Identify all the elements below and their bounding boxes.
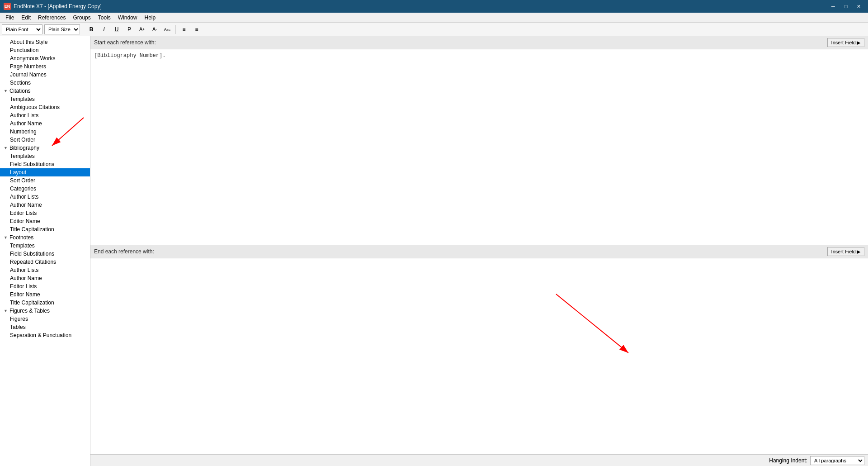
footnotes-author-name[interactable]: Author Name — [0, 274, 90, 282]
footnotes-field-substitutions[interactable]: Field Substitutions — [0, 250, 90, 258]
categories[interactable]: Categories — [0, 185, 90, 193]
minimize-button[interactable]: ─ — [827, 2, 839, 11]
menu-file[interactable]: File — [2, 13, 18, 22]
hanging-indent-select[interactable]: All paragraphs First paragraph None — [810, 456, 864, 465]
citations-author-name-label: Author Name — [10, 120, 42, 127]
menu-help[interactable]: Help — [141, 13, 159, 22]
numbering[interactable]: Numbering — [0, 128, 90, 136]
menu-edit[interactable]: Edit — [18, 13, 34, 22]
figures-tables-group-expand-icon: ▼ — [4, 309, 8, 313]
footnotes-editor-lists[interactable]: Editor Lists — [0, 282, 90, 290]
title-bar: EN EndNote X7 - [Applied Energy Copy] ─ … — [0, 0, 868, 13]
separation-punctuation[interactable]: Separation & Punctuation — [0, 331, 90, 339]
page-numbers[interactable]: Page Numbers — [0, 62, 90, 71]
bottom-insert-field-button[interactable]: Insert Field ▶ — [827, 247, 864, 256]
window-controls: ─ □ ✕ — [827, 2, 864, 11]
ambiguous-citations-label: Ambiguous Citations — [10, 104, 60, 110]
separation-punctuation-label: Separation & Punctuation — [10, 332, 71, 338]
punctuation[interactable]: Punctuation — [0, 46, 90, 54]
categories-label: Categories — [10, 185, 36, 192]
top-panel-header: Start each reference with: Insert Field … — [90, 36, 868, 49]
journal-names[interactable]: Journal Names — [0, 71, 90, 79]
maximize-button[interactable]: □ — [840, 2, 852, 11]
repeated-citations[interactable]: Repeated Citations — [0, 258, 90, 266]
journal-names-label: Journal Names — [10, 71, 47, 78]
figures[interactable]: Figures — [0, 315, 90, 323]
top-panel-label: Start each reference with: — [94, 39, 156, 46]
menu-tools[interactable]: Tools — [94, 13, 114, 22]
bold-button[interactable]: B — [86, 24, 97, 34]
bibliography-templates[interactable]: Templates — [0, 152, 90, 160]
footnotes-author-lists[interactable]: Author Lists — [0, 266, 90, 274]
citations-templates-label: Templates — [10, 96, 35, 102]
citations-author-name[interactable]: Author Name — [0, 119, 90, 128]
footnotes-templates-label: Templates — [10, 243, 35, 249]
bibliography-layout[interactable]: Layout — [0, 168, 90, 176]
sections-label: Sections — [10, 80, 31, 86]
footnotes-editor-name[interactable]: Editor Name — [0, 290, 90, 299]
footnotes-field-substitutions-label: Field Substitutions — [10, 251, 54, 257]
ambiguous-citations[interactable]: Ambiguous Citations — [0, 103, 90, 111]
bibliography-editor-lists[interactable]: Editor Lists — [0, 209, 90, 217]
bottom-panel: End each reference with: Insert Field ▶ — [90, 245, 868, 454]
citations-group[interactable]: ▼Citations — [0, 87, 90, 95]
citations-author-lists[interactable]: Author Lists — [0, 111, 90, 119]
bibliography-field-substitutions[interactable]: Field Substitutions — [0, 160, 90, 168]
bibliography-field-substitutions-label: Field Substitutions — [10, 161, 54, 167]
bibliography-editor-name[interactable]: Editor Name — [0, 217, 90, 225]
align-left-button[interactable]: ≡ — [179, 24, 189, 34]
underline-button[interactable]: U — [111, 24, 122, 34]
citations-sort-order-label: Sort Order — [10, 137, 35, 143]
footnotes-author-name-label: Author Name — [10, 275, 42, 281]
menu-references[interactable]: References — [34, 13, 69, 22]
subscript-button[interactable]: A- — [149, 24, 160, 34]
footnotes-title-capitalization-label: Title Capitalization — [10, 300, 54, 306]
font-dropdown[interactable]: Plain Font — [2, 24, 42, 34]
toolbar: Plain Font Plain Size B I U P A+ A- Abc … — [0, 23, 868, 36]
menu-window[interactable]: Window — [114, 13, 141, 22]
citations-templates[interactable]: Templates — [0, 95, 90, 103]
tables[interactable]: Tables — [0, 323, 90, 331]
top-panel: Start each reference with: Insert Field … — [90, 36, 868, 245]
smallcaps-button[interactable]: Abc — [162, 24, 173, 34]
sections[interactable]: Sections — [0, 79, 90, 87]
top-panel-body[interactable]: [Bibliography Number]. — [90, 49, 868, 245]
citations-author-lists-label: Author Lists — [10, 112, 38, 119]
citations-sort-order[interactable]: Sort Order — [0, 136, 90, 144]
size-dropdown[interactable]: Plain Size — [44, 24, 80, 34]
anonymous-works-label: Anonymous Works — [10, 55, 55, 62]
bibliography-group[interactable]: ▼Bibliography — [0, 144, 90, 152]
footnotes-editor-lists-label: Editor Lists — [10, 283, 37, 290]
bibliography-group-expand-icon: ▼ — [4, 146, 8, 150]
footnotes-group[interactable]: ▼Footnotes — [0, 233, 90, 242]
anonymous-works[interactable]: Anonymous Works — [0, 54, 90, 62]
bibliography-editor-lists-label: Editor Lists — [10, 210, 37, 216]
italic-button[interactable]: I — [99, 24, 109, 34]
about-this-style[interactable]: About this Style — [0, 38, 90, 46]
hanging-indent-label: Hanging Indent: — [769, 457, 807, 464]
menu-bar: File Edit References Groups Tools Window… — [0, 13, 868, 23]
align-right-button[interactable]: ≡ — [191, 24, 202, 34]
bibliography-author-name[interactable]: Author Name — [0, 201, 90, 209]
about-this-style-label: About this Style — [10, 39, 47, 45]
figures-tables-group-label: Figures & Tables — [9, 308, 50, 314]
citations-group-expand-icon: ▼ — [4, 89, 8, 93]
bibliography-author-name-label: Author Name — [10, 202, 42, 208]
footnotes-title-capitalization[interactable]: Title Capitalization — [0, 299, 90, 307]
footnotes-author-lists-label: Author Lists — [10, 267, 38, 273]
superscript-button[interactable]: A+ — [137, 24, 147, 34]
bibliography-title-capitalization[interactable]: Title Capitalization — [0, 225, 90, 233]
bottom-panel-body[interactable] — [90, 258, 868, 454]
repeated-citations-label: Repeated Citations — [10, 259, 56, 265]
top-insert-field-button[interactable]: Insert Field ▶ — [827, 38, 864, 47]
footnotes-templates[interactable]: Templates — [0, 242, 90, 250]
close-button[interactable]: ✕ — [853, 2, 864, 11]
figures-tables-group[interactable]: ▼Figures & Tables — [0, 307, 90, 315]
menu-groups[interactable]: Groups — [69, 13, 94, 22]
bibliography-author-lists[interactable]: Author Lists — [0, 193, 90, 201]
footnotes-group-label: Footnotes — [9, 234, 33, 241]
plain-button[interactable]: P — [124, 24, 135, 34]
bibliography-sort-order[interactable]: Sort Order — [0, 176, 90, 185]
toolbar-separator-2 — [175, 25, 176, 34]
bibliography-editor-name-label: Editor Name — [10, 218, 40, 224]
